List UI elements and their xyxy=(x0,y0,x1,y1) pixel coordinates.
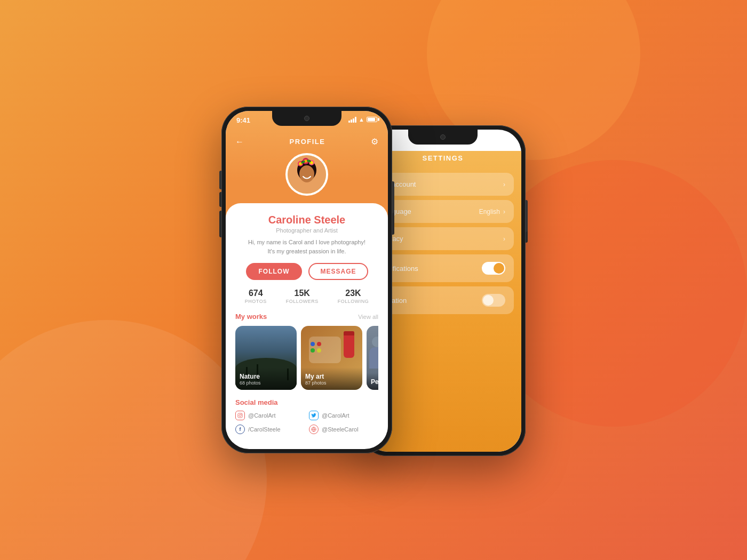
globe-icon xyxy=(309,425,319,434)
view-all-link[interactable]: View all xyxy=(358,314,378,320)
work-card-people[interactable]: › Peo... xyxy=(367,326,378,390)
people-overlay: Peo... xyxy=(367,373,378,390)
work-count-nature: 68 photos xyxy=(240,380,292,386)
work-card-nature[interactable]: Nature 68 photos xyxy=(235,326,297,390)
phones-container: 9:41 ▲ xyxy=(0,0,747,560)
battery-icon-2 xyxy=(500,135,511,141)
profile-nav: ← PROFILE ⚙ xyxy=(226,132,388,147)
notch xyxy=(272,111,341,126)
profile-screen: 9:41 ▲ xyxy=(226,111,388,449)
back-button[interactable]: ← xyxy=(235,137,244,147)
work-card-art[interactable]: My art 87 photos xyxy=(301,326,362,390)
stat-followers-label: FOLLOWERS xyxy=(286,299,319,304)
settings-title: SETTINGS xyxy=(422,154,463,162)
battery-icon xyxy=(367,117,377,122)
svg-point-2 xyxy=(299,165,314,182)
svg-rect-11 xyxy=(238,413,242,418)
profile-subtitle: Photographer and Artist xyxy=(235,227,378,234)
work-name-people: Peo... xyxy=(371,378,378,386)
work-name-art: My art xyxy=(305,373,358,380)
settings-item-notifications[interactable]: Notifications xyxy=(372,254,514,282)
settings-icon[interactable]: ⚙ xyxy=(371,137,378,147)
instagram-icon xyxy=(235,411,245,420)
stat-photos-label: PHOTOS xyxy=(245,299,267,304)
social-twitter[interactable]: @CarolArt xyxy=(309,411,378,420)
globe-handle: @SteeleCarol xyxy=(322,426,359,433)
avatar-container xyxy=(226,153,388,196)
profile-bio: Hi, my name is Carol and I love photogra… xyxy=(235,238,378,255)
facebook-handle: /CarolSteele xyxy=(248,426,281,433)
instagram-handle: @CarolArt xyxy=(248,412,276,419)
phone-profile: 9:41 ▲ xyxy=(221,107,392,453)
stat-following-value: 23K xyxy=(338,289,369,298)
social-section: Social media @CarolAr xyxy=(235,398,378,434)
location-toggle[interactable] xyxy=(482,294,505,307)
social-instagram[interactable]: @CarolArt xyxy=(235,411,305,420)
stat-followers-value: 15K xyxy=(286,289,319,298)
stat-photos: 674 PHOTOS xyxy=(235,289,276,304)
camera-dot xyxy=(304,116,309,121)
stat-followers: 15K FOLLOWERS xyxy=(276,289,328,304)
language-value: English xyxy=(479,208,500,215)
stats-row: 674 PHOTOS 15K FOLLOWERS 23K FOLLOWING xyxy=(235,289,378,304)
profile-title: PROFILE xyxy=(290,138,325,146)
twitter-handle: @CarolArt xyxy=(322,412,349,419)
works-title: My works xyxy=(235,313,267,321)
white-card: Caroline Steele Photographer and Artist … xyxy=(226,203,388,443)
svg-point-13 xyxy=(241,414,242,414)
settings-item-location[interactable]: Location xyxy=(372,286,514,314)
social-globe[interactable]: @SteeleCarol xyxy=(309,425,378,434)
camera-dot-2 xyxy=(440,134,446,140)
stat-photos-value: 674 xyxy=(245,289,267,298)
works-grid: Nature 68 photos xyxy=(235,326,378,390)
status-icons: ▲ xyxy=(348,115,377,123)
notch-2 xyxy=(408,130,478,145)
work-count-art: 87 photos xyxy=(305,380,358,386)
chevron-account: › xyxy=(503,181,505,188)
facebook-icon: f xyxy=(235,425,245,434)
status-time: 9:41 xyxy=(236,115,250,124)
signal-icon-2 xyxy=(482,135,490,141)
message-button[interactable]: MESSAGE xyxy=(308,263,368,280)
avatar[interactable] xyxy=(285,153,328,196)
chevron-language: › xyxy=(503,208,505,215)
twitter-icon xyxy=(309,411,319,420)
profile-name: Caroline Steele xyxy=(235,214,378,226)
work-name-nature: Nature xyxy=(240,373,292,380)
svg-point-12 xyxy=(239,414,241,417)
stat-following-label: FOLLOWING xyxy=(338,299,369,304)
action-buttons: FOLLOW MESSAGE xyxy=(235,263,378,280)
wifi-icon: ▲ xyxy=(359,116,364,123)
notifications-toggle[interactable] xyxy=(482,262,505,275)
profile-content[interactable]: ← PROFILE ⚙ xyxy=(226,132,388,449)
signal-icon xyxy=(348,117,356,123)
social-facebook[interactable]: f /CarolSteele xyxy=(235,425,305,434)
works-section-header: My works View all xyxy=(235,313,378,321)
social-grid: @CarolArt @CarolArt xyxy=(235,411,378,434)
art-overlay: My art 87 photos xyxy=(301,367,362,390)
status-icons-2: ▲ xyxy=(482,134,511,141)
follow-button[interactable]: FOLLOW xyxy=(246,263,303,280)
nature-overlay: Nature 68 photos xyxy=(235,367,297,390)
avatar-image xyxy=(288,155,326,194)
language-right: English › xyxy=(479,208,505,215)
stat-following: 23K FOLLOWING xyxy=(328,289,379,304)
chevron-privacy: › xyxy=(503,235,505,243)
social-title: Social media xyxy=(235,398,378,406)
wifi-icon-2: ▲ xyxy=(492,135,498,141)
